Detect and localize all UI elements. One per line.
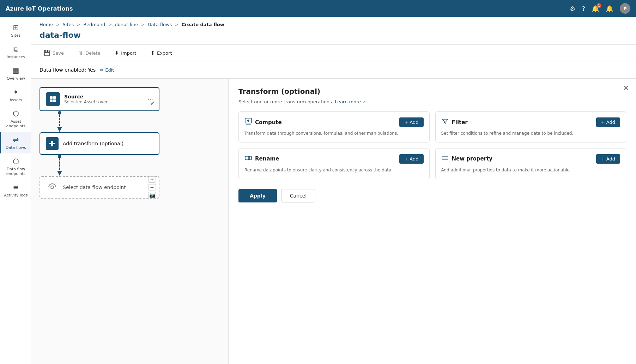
new-property-add-button[interactable]: + Add <box>596 154 620 164</box>
svg-rect-11 <box>249 156 252 160</box>
panel-close-button[interactable]: ✕ <box>623 84 629 91</box>
help-icon[interactable]: ? <box>582 5 585 12</box>
panel-title: Transform (optional) <box>238 87 626 96</box>
sidebar-item-sites[interactable]: ⊞ Sites <box>0 20 31 41</box>
sidebar-item-assets[interactable]: ✦ Assets <box>0 84 31 106</box>
transform-node[interactable]: Add transform (optional) <box>40 132 159 155</box>
svg-rect-10 <box>245 156 249 160</box>
endpoint-node-icon <box>46 181 59 194</box>
sidebar-item-label: Instances <box>7 55 25 59</box>
compute-card-name: Compute <box>255 119 282 126</box>
rename-card-desc: Rename datapoints to ensure clarity and … <box>244 167 424 173</box>
learn-more-link[interactable]: Learn more <box>335 99 361 104</box>
endpoint-node[interactable]: Select data flow endpoint + − 📷 <box>40 176 159 199</box>
sidebar-item-label: Data flows <box>6 145 26 150</box>
rename-add-button[interactable]: + Add <box>399 154 423 164</box>
sites-icon: ⊞ <box>13 23 19 32</box>
assets-icon: ✦ <box>13 88 19 96</box>
external-link-icon: ↗ <box>362 100 365 104</box>
endpoint-camera-btn[interactable]: 📷 <box>148 192 156 198</box>
dataflow-status: Data flow enabled: Yes <box>40 67 96 73</box>
topnav-icons: ⚙ ? 🔔 1 🔔 P <box>570 3 630 14</box>
new-property-card-desc: Add additional properties to data to mak… <box>441 167 620 173</box>
sidebar-item-asset-endpoints[interactable]: ⬡ Asset endpoints <box>0 106 31 132</box>
source-node-title: Source <box>64 94 143 99</box>
delete-button[interactable]: 🗑 Delete <box>74 48 105 58</box>
breadcrumb-sites[interactable]: Sites <box>63 22 74 27</box>
connector-dashed-1 <box>59 115 60 126</box>
avatar[interactable]: P <box>620 3 630 14</box>
breadcrumb-current: Create data flow <box>181 22 224 27</box>
svg-rect-2 <box>50 99 53 102</box>
sidebar-item-label: Sites <box>11 33 21 38</box>
compute-add-button[interactable]: + Add <box>399 117 423 127</box>
instances-icon: ⧉ <box>13 45 18 53</box>
save-icon: 💾 <box>44 50 50 56</box>
transform-node-label: Add transform (optional) <box>63 141 123 146</box>
new-property-card-icon <box>441 154 449 164</box>
panel-subtitle: Select one or more transform operations.… <box>238 99 626 104</box>
dataflow-info-bar: Data flow enabled: Yes ✏ Edit <box>31 61 636 79</box>
breadcrumb: Home > Sites > Redmond > donut-line > Da… <box>31 17 636 29</box>
sidebar-item-data-flow-endpoints[interactable]: ⬡ Data flow endpoints <box>0 153 31 180</box>
sidebar-item-data-flows[interactable]: ⇌ Data flows <box>0 132 31 153</box>
save-button[interactable]: 💾 Save <box>40 48 68 58</box>
transform-node-icon <box>46 137 59 150</box>
sidebar-item-label: Asset endpoints <box>3 119 29 128</box>
svg-rect-3 <box>53 99 56 102</box>
sidebar-item-overview[interactable]: ▦ Overview <box>0 63 31 84</box>
data-flow-endpoints-icon: ⬡ <box>13 157 19 165</box>
import-button[interactable]: ⬇ Import <box>110 48 141 58</box>
sidebar-item-label: Overview <box>7 76 25 81</box>
connector-arrow-2: ▼ <box>57 170 62 176</box>
svg-rect-0 <box>50 96 53 99</box>
filter-card: Filter + Add Set filter conditions to re… <box>435 111 626 142</box>
breadcrumb-donut-line[interactable]: donut-line <box>115 22 138 27</box>
sidebar-item-instances[interactable]: ⧉ Instances <box>0 41 31 63</box>
breadcrumb-redmond[interactable]: Redmond <box>83 22 105 27</box>
filter-card-icon <box>441 117 449 127</box>
filter-card-desc: Set filter conditions to refine and mana… <box>441 131 620 136</box>
page-title: data-flow <box>31 29 636 44</box>
topnav: Azure IoT Operations ⚙ ? 🔔 1 🔔 P <box>0 0 636 17</box>
endpoint-plus-btn[interactable]: + <box>148 176 156 183</box>
source-node-subtitle: Selected Asset: oven <box>64 99 143 104</box>
settings-icon[interactable]: ⚙ <box>570 5 575 12</box>
alerts-icon[interactable]: 🔔 <box>606 5 613 12</box>
endpoint-minus-btn[interactable]: − <box>148 184 156 190</box>
sidebar-item-activity-logs[interactable]: ≡ Activity logs <box>0 180 31 201</box>
source-node[interactable]: Source Selected Asset: oven ⋯ ✔ <box>40 87 159 111</box>
cancel-button[interactable]: Cancel <box>281 189 315 202</box>
data-flows-icon: ⇌ <box>13 135 19 144</box>
source-node-check: ✔ <box>150 99 155 107</box>
flow-area: Source Selected Asset: oven ⋯ ✔ ▼ <box>31 79 636 364</box>
delete-icon: 🗑 <box>78 50 83 56</box>
rename-card-icon <box>244 154 252 164</box>
filter-add-button[interactable]: + Add <box>596 117 620 127</box>
sidebar: ⊞ Sites ⧉ Instances ▦ Overview ✦ Assets … <box>0 17 31 364</box>
flow-canvas: Source Selected Asset: oven ⋯ ✔ ▼ <box>31 79 229 364</box>
compute-card: Compute + Add Transform data through con… <box>238 111 430 142</box>
svg-rect-1 <box>53 96 56 99</box>
connector-dashed-2 <box>59 158 60 170</box>
apply-button[interactable]: Apply <box>238 189 277 202</box>
edit-button[interactable]: ✏ Edit <box>100 67 114 73</box>
breadcrumb-home[interactable]: Home <box>40 22 53 27</box>
connector-dot-2 <box>58 155 61 158</box>
activity-logs-icon: ≡ <box>13 183 19 192</box>
toolbar: 💾 Save 🗑 Delete ⬇ Import ⬆ Export <box>31 44 636 61</box>
endpoint-controls: + − 📷 <box>148 177 156 198</box>
svg-rect-5 <box>51 141 53 146</box>
breadcrumb-data-flows[interactable]: Data flows <box>148 22 172 27</box>
asset-endpoints-icon: ⬡ <box>13 109 19 118</box>
svg-point-8 <box>247 120 249 122</box>
transform-cards-grid: Compute + Add Transform data through con… <box>238 111 626 179</box>
new-property-card: New property + Add Add additional proper… <box>435 148 626 179</box>
connector-2: ▼ <box>40 155 220 176</box>
export-button[interactable]: ⬆ Export <box>146 48 176 58</box>
export-icon: ⬆ <box>150 50 155 56</box>
compute-card-desc: Transform data through conversions, form… <box>244 131 424 136</box>
notifications-icon[interactable]: 🔔 1 <box>592 5 599 12</box>
rename-card: Rename + Add Rename datapoints to ensure… <box>238 148 430 179</box>
new-property-card-name: New property <box>452 156 493 162</box>
